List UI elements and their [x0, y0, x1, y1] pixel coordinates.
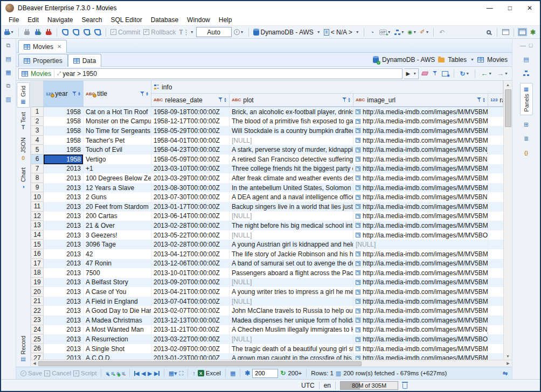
- calculator-panel-icon[interactable]: ⊞: [522, 121, 531, 129]
- cell-plot[interactable]: [NULL]: [230, 297, 353, 306]
- cell-title[interactable]: A Single Shot: [84, 344, 151, 354]
- cell-title[interactable]: Monster on the Campus: [84, 117, 151, 127]
- commit-button[interactable]: ✓Commit: [109, 27, 141, 38]
- cell-image-url[interactable]: http://ia.media-imdb.com/images/M/MV5BMT…: [353, 212, 488, 221]
- cell-plot[interactable]: A Chechen Muslim illegally immigrates to…: [230, 325, 353, 335]
- add-row-button[interactable]: ≡+: [111, 370, 114, 376]
- tab-data[interactable]: Data: [68, 54, 101, 67]
- cell-plot[interactable]: The blood of a primitive fish exposed to…: [230, 117, 353, 127]
- cell-image-url[interactable]: http://ia.media-imdb.com/images/M/MV5BNT…: [353, 192, 488, 202]
- fetch-more-icon[interactable]: ↻: [280, 369, 286, 377]
- cell-title[interactable]: 3096 Tage: [84, 240, 151, 249]
- cell-rating[interactable]: [488, 173, 503, 183]
- refresh-button[interactable]: ↻▼: [458, 68, 471, 79]
- cell-title[interactable]: Cat on a Hot Tin Roof: [84, 107, 151, 117]
- cell-title[interactable]: A Madea Christmas: [84, 316, 151, 325]
- duplicate-row-button[interactable]: ≡⊕: [116, 370, 120, 376]
- cell-title[interactable]: A Case of You: [84, 287, 151, 297]
- edit-row-button[interactable]: ≡✎: [106, 370, 109, 376]
- row-number[interactable]: 1: [31, 107, 44, 117]
- filter-icon[interactable]: [140, 92, 144, 96]
- horizontal-scrollbar[interactable]: ◀ ▶: [31, 360, 512, 367]
- project-explorer-icon[interactable]: ▦: [4, 68, 13, 76]
- next-row-button[interactable]: ▶: [148, 370, 152, 376]
- cell-year[interactable]: 2013: [44, 240, 84, 249]
- cell-title[interactable]: A Belfast Story: [84, 278, 151, 288]
- filter-input[interactable]: Movies ⤢ year > 1950: [18, 68, 403, 79]
- column-header-release-date[interactable]: ABC release_date: [151, 94, 230, 107]
- menu-navigate[interactable]: Navigate: [43, 15, 77, 25]
- row-number[interactable]: 6: [31, 155, 44, 164]
- db-browser-icon[interactable]: ▥: [4, 95, 13, 103]
- save-button[interactable]: ✓Save: [20, 370, 42, 376]
- search-button[interactable]: [484, 27, 494, 38]
- close-tab-icon[interactable]: ✕: [57, 44, 61, 50]
- menu-file[interactable]: File: [4, 15, 23, 25]
- chevron-down-icon[interactable]: ▼: [470, 58, 474, 61]
- cell-release-date[interactable]: 2013-02-28T00:00:00Z: [151, 221, 230, 230]
- breadcrumb-folder[interactable]: Tables: [448, 56, 467, 64]
- view-tab-chart[interactable]: Chart◑: [17, 165, 30, 192]
- cell-year[interactable]: 2013: [44, 230, 84, 240]
- export-button[interactable]: ↑: [192, 370, 196, 376]
- cell-rating[interactable]: [488, 192, 503, 202]
- cell-year[interactable]: 1958: [44, 136, 84, 145]
- scroll-right-icon[interactable]: ▶: [504, 361, 512, 366]
- row-number[interactable]: 4: [31, 136, 44, 145]
- cell-release-date[interactable]: 1958-05-09T00:00:00Z: [151, 155, 230, 164]
- cell-image-url[interactable]: http://ia.media-imdb.com/images/M/MV5BMj…: [353, 221, 488, 230]
- undo-button[interactable]: ↶: [437, 27, 447, 38]
- apply-filter-button[interactable]: ▶: [406, 71, 410, 76]
- filter-settings-button[interactable]: [431, 68, 439, 79]
- record-mode-toggle[interactable]: ⇋: [503, 370, 508, 377]
- row-number[interactable]: 17: [31, 259, 44, 269]
- cell-title[interactable]: 42: [84, 249, 151, 259]
- cell-year[interactable]: 1958: [44, 155, 84, 164]
- menu-database[interactable]: Database: [147, 15, 183, 25]
- cell-plot[interactable]: Madea dispenses her unique form of holid…: [230, 316, 353, 325]
- row-number[interactable]: 27: [31, 353, 44, 360]
- cell-image-url[interactable]: http://ia.media-imdb.com/images/M/MV5BMz…: [353, 297, 488, 306]
- cell-year[interactable]: 2013: [44, 268, 84, 278]
- cell-release-date[interactable]: 2013-04-12T00:00:00Z: [151, 249, 230, 259]
- menu-edit[interactable]: Edit: [23, 15, 43, 25]
- cell-title[interactable]: Touch of Evil: [84, 145, 151, 155]
- cell-plot[interactable]: [NULL]: [230, 278, 353, 288]
- cell-image-url[interactable]: http://ia.media-imdb.com/images/M/MV5BMT…: [353, 249, 488, 259]
- restore-panel-icon[interactable]: □: [529, 42, 533, 48]
- cell-title[interactable]: A.C.O.D.: [84, 353, 151, 360]
- delete-row-button[interactable]: ≡−: [122, 370, 125, 376]
- cell-release-date[interactable]: 2013-12-13T00:00:00Z: [151, 316, 230, 325]
- open-sql-file-button[interactable]: ⌕: [93, 27, 102, 38]
- cell-image-url[interactable]: http://ia.media-imdb.com/images/M/MV5BMT…: [353, 126, 488, 136]
- vertical-scrollbar[interactable]: ▲ ▼: [503, 81, 512, 360]
- row-number[interactable]: 22: [31, 306, 44, 316]
- cell-release-date[interactable]: 1958-09-18T00:00:00Z: [151, 107, 230, 117]
- close-button[interactable]: ✕: [527, 4, 532, 12]
- commit-mode-combo[interactable]: Auto: [196, 27, 232, 37]
- row-number[interactable]: 20: [31, 287, 44, 297]
- cell-image-url[interactable]: http://ia.media-imdb.com/images/M/MV5BNj…: [353, 145, 488, 155]
- cell-plot[interactable]: Three college friends hit the biggest pa…: [230, 164, 353, 174]
- fetch-page-button[interactable]: ▦▾: [169, 370, 177, 377]
- scrollbar-thumb[interactable]: [38, 361, 362, 366]
- column-header-plot[interactable]: ABC plot: [230, 94, 353, 107]
- sql-editor-button[interactable]: [60, 27, 70, 38]
- cell-release-date[interactable]: 1958-04-23T00:00:00Z: [151, 145, 230, 155]
- cell-image-url[interactable]: http://ia.media-imdb.com/images/M/MV5BMj…: [353, 107, 488, 117]
- cell-image-url[interactable]: http://ia.media-imdb.com/images/M/MV5BMj…: [353, 268, 488, 278]
- database-navigator-icon[interactable]: ▤: [4, 54, 13, 63]
- script-button[interactable]: ≡Script: [73, 370, 96, 376]
- scroll-up-icon[interactable]: ▲: [506, 81, 510, 88]
- view-tab-record[interactable]: Record▤: [17, 333, 30, 365]
- cell-title[interactable]: 100 Degrees Below Zero: [84, 173, 151, 183]
- maximize-button[interactable]: □: [508, 4, 512, 12]
- cell-rating[interactable]: [488, 164, 503, 174]
- sort-icon[interactable]: [348, 97, 351, 102]
- sort-icon[interactable]: [224, 97, 227, 102]
- transaction-history-button[interactable]: ▼: [233, 27, 245, 38]
- cell-plot[interactable]: Backup singers live in a world that lies…: [230, 202, 353, 212]
- cancel-button[interactable]: ×Cancel: [44, 370, 71, 376]
- last-row-button[interactable]: ▶: [154, 370, 159, 376]
- cell-plot[interactable]: The night before his big medical school …: [230, 221, 353, 230]
